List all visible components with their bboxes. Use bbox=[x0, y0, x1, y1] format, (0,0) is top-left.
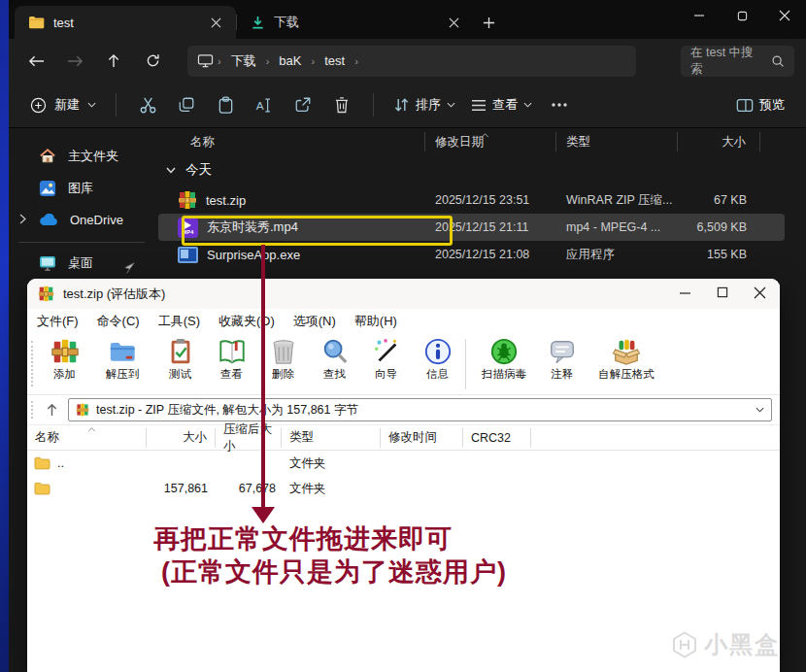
paste-button[interactable] bbox=[206, 88, 245, 121]
sidebar-item-label: OneDrive bbox=[70, 213, 123, 227]
explorer-tab-bar: test 下载 bbox=[9, 0, 806, 39]
entry-size: 157,861 bbox=[147, 482, 216, 495]
sfx-button[interactable]: 自解压格式 bbox=[588, 335, 665, 382]
chevron-right-icon: › bbox=[311, 55, 315, 67]
sidebar-item-onedrive[interactable]: OneDrive bbox=[13, 204, 151, 236]
column-header-crc32[interactable]: CRC32 bbox=[463, 428, 531, 448]
forward-button[interactable] bbox=[57, 46, 92, 77]
app-exe-icon bbox=[178, 247, 198, 263]
arrow-up-icon bbox=[107, 53, 120, 68]
watermark-text: 小黑盒 bbox=[704, 629, 780, 660]
new-item-button[interactable]: 新建 bbox=[22, 90, 104, 119]
file-group-header[interactable]: 今天 bbox=[154, 153, 806, 186]
winrar-title-bar[interactable]: test.zip (评估版本) bbox=[27, 279, 780, 309]
more-options-button[interactable] bbox=[540, 88, 579, 121]
column-header-name[interactable]: 名称 bbox=[154, 132, 425, 151]
preview-button[interactable]: 预览 bbox=[728, 90, 792, 119]
arrow-right-icon bbox=[67, 54, 84, 68]
menu-options[interactable]: 选项(N) bbox=[293, 313, 336, 330]
new-tab-button[interactable] bbox=[474, 8, 503, 37]
search-placeholder: 在 test 中搜索 bbox=[690, 45, 763, 78]
entry-type: 文件夹 bbox=[282, 455, 381, 472]
column-header-date[interactable]: 修改日期 bbox=[425, 132, 556, 151]
sort-button[interactable]: 排序 bbox=[386, 90, 463, 119]
column-header-type[interactable]: 类型 bbox=[556, 132, 678, 151]
explorer-command-bar: 新建 A 排序 查看 bbox=[9, 83, 806, 128]
maximize-button[interactable] bbox=[717, 286, 728, 301]
delete-button[interactable] bbox=[322, 88, 361, 121]
info-button[interactable]: 信息 bbox=[412, 335, 463, 382]
svg-text:A: A bbox=[256, 98, 264, 112]
tab-close-icon[interactable] bbox=[205, 12, 226, 33]
menu-favorites[interactable]: 收藏夹(O) bbox=[218, 313, 275, 330]
refresh-button[interactable] bbox=[135, 46, 170, 77]
trash-icon bbox=[334, 96, 350, 114]
column-header-size[interactable]: 大小 bbox=[147, 428, 216, 448]
menu-commands[interactable]: 命令(C) bbox=[97, 313, 140, 330]
rename-button[interactable]: A bbox=[245, 88, 284, 121]
chevron-right-icon[interactable] bbox=[19, 213, 26, 227]
view-button[interactable]: 查看 bbox=[463, 90, 540, 119]
file-name: test.zip bbox=[206, 193, 246, 208]
maximize-button[interactable] bbox=[721, 0, 763, 31]
sidebar-item-home[interactable]: 主文件夹 bbox=[13, 140, 151, 172]
test-button[interactable]: 测试 bbox=[154, 335, 206, 382]
up-button[interactable] bbox=[96, 46, 131, 77]
tab-downloads[interactable]: 下载 bbox=[237, 6, 474, 39]
minimize-button[interactable] bbox=[678, 0, 721, 31]
archive-row-folder[interactable]: 157,861 67,678 文件夹 bbox=[27, 476, 780, 501]
virus-scan-icon bbox=[489, 337, 519, 366]
archive-row-parent[interactable]: .. 文件夹 bbox=[27, 451, 780, 476]
sidebar-divider bbox=[18, 242, 145, 243]
menu-tools[interactable]: 工具(S) bbox=[158, 313, 200, 330]
comment-button[interactable]: 注释 bbox=[536, 335, 588, 382]
tab-test[interactable]: test bbox=[15, 6, 236, 39]
tab-close-icon[interactable] bbox=[443, 12, 464, 33]
search-input[interactable]: 在 test 中搜索 bbox=[681, 46, 794, 77]
combo-dropdown-icon[interactable] bbox=[750, 400, 769, 420]
up-one-level-button[interactable] bbox=[35, 403, 68, 417]
menu-file[interactable]: 文件(F) bbox=[37, 313, 79, 330]
share-button[interactable] bbox=[284, 88, 322, 121]
copy-button[interactable] bbox=[167, 88, 206, 121]
chevron-right-icon: › bbox=[354, 55, 358, 67]
menu-help[interactable]: 帮助(H) bbox=[354, 313, 397, 330]
breadcrumb[interactable]: › 下载 › baK › test › bbox=[187, 46, 636, 77]
archive-path-combobox[interactable]: test.zip - ZIP 压缩文件, 解包大小为 157,861 字节 bbox=[68, 398, 772, 421]
column-header-packed[interactable]: 压缩后大小 bbox=[216, 428, 282, 448]
view-file-button[interactable]: 查看 bbox=[206, 335, 257, 382]
tab-label: test bbox=[53, 16, 74, 30]
file-row-testzip[interactable]: test.zip 2025/12/15 23:51 WinRAR ZIP 压缩.… bbox=[158, 186, 785, 214]
breadcrumb-item-bak[interactable]: baK bbox=[273, 51, 307, 70]
breadcrumb-item-test[interactable]: test bbox=[319, 51, 351, 70]
file-date: 2025/12/15 21:08 bbox=[425, 248, 556, 261]
cut-button[interactable] bbox=[128, 88, 167, 121]
find-button[interactable]: 查找 bbox=[309, 335, 360, 382]
back-button[interactable] bbox=[18, 46, 53, 77]
paste-icon bbox=[218, 96, 234, 115]
scan-virus-button[interactable]: 扫描病毒 bbox=[472, 335, 536, 382]
download-icon bbox=[251, 16, 265, 30]
sidebar-item-gallery[interactable]: 图库 bbox=[13, 172, 151, 204]
close-button[interactable] bbox=[754, 286, 766, 302]
winrar-zip-icon bbox=[178, 190, 197, 210]
close-button[interactable] bbox=[763, 0, 806, 31]
winrar-window-title: test.zip (评估版本) bbox=[63, 286, 165, 303]
column-header-type[interactable]: 类型 bbox=[282, 428, 381, 448]
wizard-button[interactable]: 向导 bbox=[360, 335, 412, 382]
minimize-button[interactable] bbox=[679, 286, 691, 302]
screenshot-root: test 下载 bbox=[0, 0, 806, 672]
extract-button[interactable]: 解压到 bbox=[90, 335, 154, 382]
sidebar-item-label: 桌面 bbox=[68, 254, 93, 272]
toolbar-separator bbox=[116, 93, 117, 117]
column-header-modified[interactable]: 修改时间 bbox=[381, 428, 463, 448]
refresh-icon bbox=[146, 53, 160, 68]
breadcrumb-item-downloads[interactable]: 下载 bbox=[225, 50, 262, 72]
add-button[interactable]: 添加 bbox=[39, 335, 90, 382]
magnifier-icon bbox=[320, 337, 350, 366]
chevron-down-icon bbox=[523, 102, 532, 108]
chevron-right-icon: › bbox=[218, 55, 221, 67]
column-header-size[interactable]: 大小 bbox=[678, 132, 760, 151]
copy-icon bbox=[178, 96, 195, 114]
folder-icon bbox=[34, 482, 50, 495]
